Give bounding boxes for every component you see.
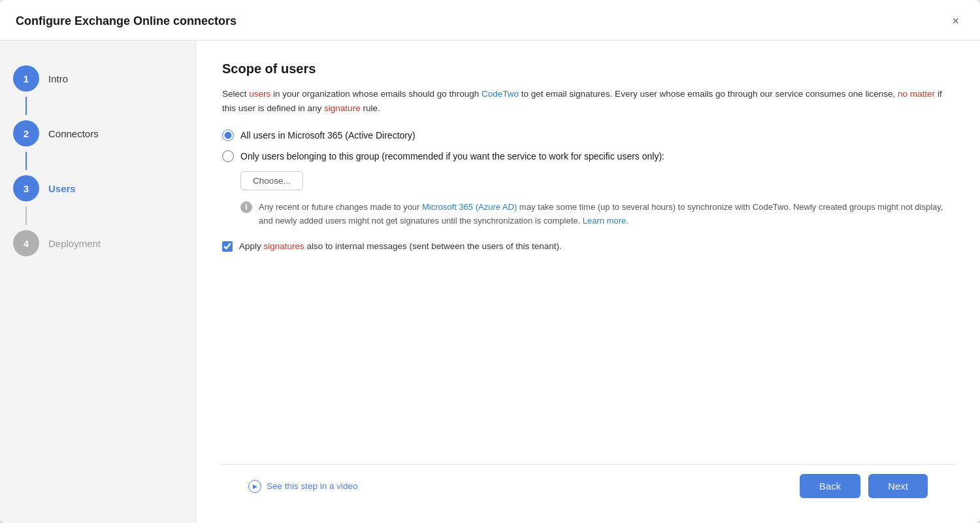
step-item-intro[interactable]: 1 Intro (13, 60, 182, 97)
radio-all-users-input[interactable] (222, 129, 234, 141)
choose-section: Choose... (240, 171, 954, 190)
step-circle-3: 3 (13, 175, 39, 201)
step-label-intro: Intro (48, 73, 68, 84)
desc-codetwo-highlight: CodeTwo (482, 89, 519, 99)
configure-dialog: Configure Exchange Online connectors × 1… (0, 0, 980, 523)
radio-all-users[interactable]: All users in Microsoft 365 (Active Direc… (222, 129, 954, 141)
desc-users-highlight: users (249, 89, 270, 99)
radio-all-users-label: All users in Microsoft 365 (Active Direc… (240, 130, 416, 141)
description-text: Select users in your organization whose … (222, 87, 954, 115)
checkbox-label: Apply signatures also to internal messag… (239, 241, 562, 251)
step-label-deployment: Deployment (48, 238, 101, 249)
close-button[interactable]: × (947, 12, 964, 31)
desc-signature-highlight: signature (324, 103, 361, 113)
dialog-footer: ▶ See this step in a video Back Next (222, 464, 954, 510)
footer-buttons: Back Next (800, 474, 928, 498)
checkbox-internal-input[interactable] (222, 241, 233, 252)
info-icon: i (240, 201, 252, 213)
main-content: Scope of users Select users in your orga… (196, 41, 980, 523)
dialog-body: 1 Intro 2 Connectors 3 Users 4 Deploymen… (0, 41, 980, 523)
step-connector-1-2 (25, 97, 27, 115)
dialog-title: Configure Exchange Online connectors (16, 14, 237, 28)
play-icon: ▶ (248, 480, 261, 493)
dialog-header: Configure Exchange Online connectors × (0, 0, 980, 41)
radio-specific-group-label: Only users belonging to this group (reco… (240, 151, 664, 161)
choose-button[interactable]: Choose... (240, 171, 303, 190)
info-ms365-highlight: Microsoft 365 (Azure AD) (422, 202, 517, 212)
video-link-text: See this step in a video (267, 481, 358, 491)
step-circle-1: 1 (13, 65, 39, 92)
sidebar: 1 Intro 2 Connectors 3 Users 4 Deploymen… (0, 41, 196, 523)
radio-specific-group[interactable]: Only users belonging to this group (reco… (222, 150, 954, 162)
step-connector-2-3 (25, 152, 27, 170)
section-title: Scope of users (222, 61, 954, 76)
info-text: Any recent or future changes made to you… (259, 201, 954, 228)
learn-more-link[interactable]: Learn more (583, 216, 626, 226)
step-circle-2: 2 (13, 120, 39, 146)
next-button[interactable]: Next (868, 474, 928, 498)
info-box: i Any recent or future changes made to y… (240, 201, 954, 228)
step-item-deployment[interactable]: 4 Deployment (13, 225, 182, 262)
radio-specific-group-input[interactable] (222, 150, 234, 162)
step-label-connectors: Connectors (48, 128, 99, 139)
step-item-users[interactable]: 3 Users (13, 170, 182, 207)
step-circle-4: 4 (13, 230, 39, 256)
checkbox-signatures-highlight: signatures (264, 241, 304, 251)
desc-no-matter-highlight: no matter (898, 89, 935, 99)
back-button[interactable]: Back (800, 474, 860, 498)
step-connector-3-4 (25, 207, 27, 225)
step-label-users: Users (48, 183, 76, 194)
video-link[interactable]: ▶ See this step in a video (248, 480, 358, 493)
step-item-connectors[interactable]: 2 Connectors (13, 115, 182, 152)
checkbox-internal-messages[interactable]: Apply signatures also to internal messag… (222, 241, 954, 252)
